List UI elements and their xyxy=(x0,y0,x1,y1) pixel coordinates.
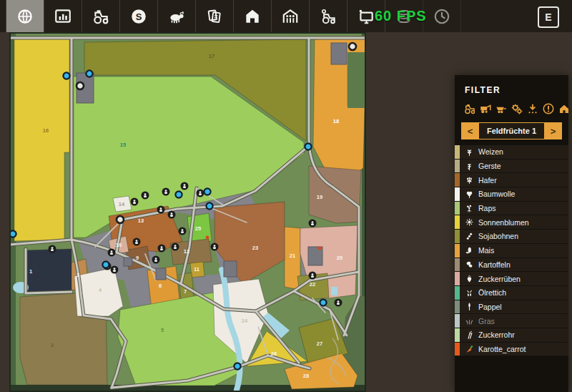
poi-marker[interactable] xyxy=(142,192,149,200)
vehicle-marker[interactable] xyxy=(305,143,311,150)
ring-marker[interactable] xyxy=(77,82,84,89)
cow-icon xyxy=(167,7,186,26)
poi-marker[interactable] xyxy=(111,266,119,274)
vehicle-marker[interactable] xyxy=(234,363,240,369)
field-number-11: 11 xyxy=(194,266,199,273)
barn-icon xyxy=(243,7,262,26)
cotton-icon xyxy=(460,190,478,199)
poi-marker[interactable] xyxy=(162,188,170,196)
toolbar-tab-animals[interactable] xyxy=(158,0,196,32)
toolbar-tab-ai-worker[interactable] xyxy=(310,0,347,32)
ring-marker[interactable] xyxy=(117,216,124,223)
vehicle-marker[interactable] xyxy=(86,70,92,77)
crop-filter-row-hafer[interactable]: Hafer xyxy=(455,173,568,187)
crop-label: Karotte_carrot xyxy=(478,345,526,353)
poi-marker[interactable] xyxy=(211,243,219,251)
contracts-icon xyxy=(205,7,224,26)
field-number-16: 16 xyxy=(43,127,49,134)
vehicle-marker[interactable] xyxy=(320,299,326,305)
filter-crop-list: WeizenGersteHaferBaumwolleRapsSonnenblum… xyxy=(455,145,568,356)
world-map[interactable]: 1617151819212023132512119101431246752422… xyxy=(9,32,366,392)
tractor-icon[interactable] xyxy=(463,102,476,115)
field-number-22: 22 xyxy=(310,281,315,288)
crop-filter-row-sojabohnen[interactable]: Sojabohnen xyxy=(455,230,568,244)
poi-marker[interactable] xyxy=(49,245,56,253)
poi-marker[interactable] xyxy=(197,190,204,197)
poi-marker[interactable] xyxy=(309,220,317,227)
poi-marker[interactable] xyxy=(131,198,139,206)
toolbar-tab-finances[interactable] xyxy=(44,0,82,32)
toolbar-tab-buildings[interactable] xyxy=(234,0,272,32)
crop-label: Zuckerrüben xyxy=(478,275,521,283)
field-number-23: 23 xyxy=(252,245,258,251)
fps-counter: 60 FPS xyxy=(375,8,427,24)
vehicle-marker[interactable] xyxy=(204,188,210,195)
crop-filter-row-gerste[interactable]: Gerste xyxy=(455,160,568,174)
selector-prev-button[interactable]: < xyxy=(461,122,479,139)
crop-filter-row-sonnenblumen[interactable]: Sonnenblumen xyxy=(455,215,568,230)
poi-marker[interactable] xyxy=(309,272,317,280)
selector-next-button[interactable]: > xyxy=(544,122,562,139)
toolbar-tab-silo[interactable]: S xyxy=(120,0,158,32)
seeder-icon[interactable] xyxy=(526,102,539,115)
bar-chart-icon xyxy=(54,7,72,26)
harvester-icon[interactable] xyxy=(479,102,492,115)
field-number-10: 10 xyxy=(116,242,122,248)
corn-icon xyxy=(460,246,478,255)
toolbar-tab-clock[interactable] xyxy=(423,0,461,32)
poi-marker[interactable] xyxy=(133,238,141,246)
crop-filter-row-weizen[interactable]: Weizen xyxy=(455,145,568,160)
gears-icon[interactable] xyxy=(511,102,523,115)
crop-filter-row-baumwolle[interactable]: Baumwolle xyxy=(455,187,568,202)
crop-filter-row-karotte_carrot[interactable]: Karotte_carrot xyxy=(455,343,568,357)
crop-filter-row-kartoffeln[interactable]: Kartoffeln xyxy=(455,258,568,273)
monitor-icon xyxy=(357,7,375,26)
crop-label: Zuckerrohr xyxy=(478,330,515,339)
vehicle-marker[interactable] xyxy=(63,72,69,79)
warning-icon[interactable] xyxy=(542,102,555,115)
toolbar-tab-production[interactable] xyxy=(272,0,310,32)
house-icon[interactable] xyxy=(558,102,571,115)
crop-filter-row-ölrettich[interactable]: Ölrettich xyxy=(455,286,568,300)
field-number-2: 2 xyxy=(51,342,54,348)
toolbar-tab-contracts[interactable] xyxy=(196,0,234,32)
crop-filter-row-zuckerrohr[interactable]: Zuckerrohr xyxy=(455,328,568,343)
poi-marker[interactable] xyxy=(157,206,165,214)
filter-panel: FILTER < Feldfrüchte 1 > WeizenGersteHaf… xyxy=(455,75,568,392)
toolbar-tab-vehicles[interactable] xyxy=(82,0,120,32)
poi-marker[interactable] xyxy=(172,243,179,251)
poi-marker[interactable] xyxy=(168,211,176,219)
carrot-icon xyxy=(460,344,478,353)
vehicle-marker[interactable] xyxy=(175,191,182,197)
map-canvas[interactable]: 1617151819212023132512119101431246752422… xyxy=(9,32,366,392)
crop-filter-row-raps[interactable]: Raps xyxy=(455,202,568,216)
poi-marker[interactable] xyxy=(152,256,160,264)
crop-filter-row-gras[interactable]: Gras xyxy=(455,314,568,328)
poi-marker[interactable] xyxy=(181,182,189,190)
field-number-26: 26 xyxy=(271,351,277,357)
vehicle-marker[interactable] xyxy=(206,202,212,209)
ring-marker[interactable] xyxy=(349,43,356,50)
crop-filter-row-pappel[interactable]: Pappel xyxy=(455,300,568,315)
tractor-icon xyxy=(92,7,110,26)
crop-filter-row-zuckerrüben[interactable]: Zuckerrüben xyxy=(455,272,568,286)
crop-label: Gras xyxy=(478,317,495,325)
toolbar-tab-map[interactable] xyxy=(6,0,44,32)
selector-current-label[interactable]: Feldfrüchte 1 xyxy=(479,122,544,139)
key-hint-e: E xyxy=(538,6,559,28)
canola-icon xyxy=(460,204,478,213)
crop-label: Gerste xyxy=(478,162,501,170)
trailer-icon[interactable] xyxy=(495,102,508,115)
field-number-6: 6 xyxy=(159,283,162,289)
poi-marker[interactable] xyxy=(158,245,166,253)
poi-marker[interactable] xyxy=(179,227,187,235)
poi-marker[interactable] xyxy=(108,249,116,257)
crop-label: Pappel xyxy=(478,303,502,311)
vehicle-marker[interactable] xyxy=(102,261,109,268)
field-16 xyxy=(14,36,69,241)
poi-marker[interactable] xyxy=(335,299,342,307)
crop-color-strip xyxy=(455,173,460,187)
crop-filter-row-mais[interactable]: Mais xyxy=(455,244,568,258)
field-number-28: 28 xyxy=(303,373,309,379)
field-number-19: 19 xyxy=(317,194,322,200)
